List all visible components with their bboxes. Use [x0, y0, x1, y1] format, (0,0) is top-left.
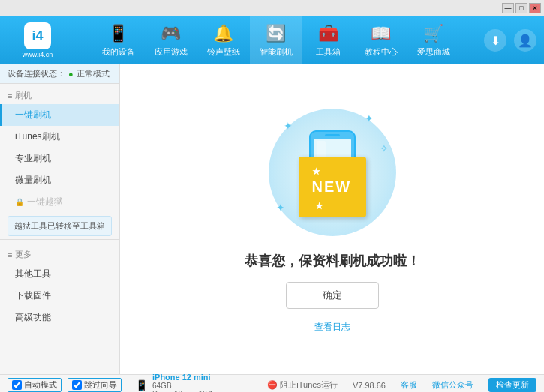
confirm-button[interactable]: 确定 [286, 282, 379, 309]
nav-smart-flash-label: 智能刷机 [260, 46, 293, 58]
device-storage: 64GB [152, 382, 213, 390]
sidebar-item-download-firmware[interactable]: 下载固件 [0, 285, 119, 307]
nav-store-label: 爱思商城 [417, 46, 450, 58]
skip-wizard-checkbox[interactable] [72, 380, 82, 390]
device-phone-icon: 📱 [135, 379, 148, 391]
user-button[interactable]: 👤 [514, 29, 536, 52]
nav-smart-flash[interactable]: 🔄 智能刷机 [250, 16, 302, 64]
notice-text: 越狱工具已转移至工具箱 [14, 221, 105, 230]
nav-toolbox[interactable]: 🧰 工具箱 [302, 16, 355, 64]
nav-items: 📱 我的设备 🎮 应用游戏 🔔 铃声壁纸 🔄 智能刷机 🧰 工具箱 📖 教程中心… [68, 16, 484, 64]
sidebar-item-one-click-flash[interactable]: 一键刷机 [0, 104, 119, 126]
sidebar-item-advanced[interactable]: 高级功能 [0, 307, 119, 328]
update-button[interactable]: 检查更新 [488, 378, 536, 392]
status-footer: 自动模式 跳过向导 📱 iPhone 12 mini 64GB Down-12m… [0, 374, 544, 392]
device-info: 📱 iPhone 12 mini 64GB Down-12mini-13,1 [135, 373, 213, 393]
sparkle-1: ✦ [284, 120, 293, 132]
auto-mode-label: 自动模式 [24, 379, 57, 391]
stop-itunes-label: 阻止iTunes运行 [280, 379, 338, 391]
sidebar-item-itunes-flash[interactable]: iTunes刷机 [0, 126, 119, 148]
main-layout: 设备连接状态： ● 正常模式 ≡ 刷机 一键刷机 iTunes刷机 专业刷机 微… [0, 64, 544, 374]
footer-left: 自动模式 跳过向导 📱 iPhone 12 mini 64GB Down-12m… [0, 373, 345, 393]
sidebar-item-other-tools[interactable]: 其他工具 [0, 263, 119, 285]
nav-tutorial[interactable]: 📖 教程中心 [355, 16, 407, 64]
stop-itunes-icon: ⛔ [267, 380, 278, 390]
nav-ringtone[interactable]: 🔔 铃声壁纸 [197, 16, 250, 64]
more-section-header: ≡ 更多 [0, 243, 119, 263]
logo-icon: i4 [24, 22, 51, 49]
status-dot: ● [68, 70, 74, 79]
update-button-label: 检查更新 [496, 380, 529, 389]
close-button[interactable]: ✕ [529, 3, 541, 13]
flash-section-header: ≡ 刷机 [0, 84, 119, 104]
nav-store[interactable]: 🛒 爱思商城 [407, 16, 460, 64]
share-link-text: 查看日志 [314, 322, 350, 332]
share-link[interactable]: 查看日志 [314, 321, 350, 334]
wechat-link[interactable]: 微信公众号 [432, 379, 473, 391]
skip-wizard-checkbox-item[interactable]: 跳过向导 [68, 378, 122, 392]
title-bar: — □ ✕ [0, 0, 544, 16]
ringtone-icon: 🔔 [213, 24, 233, 43]
content-area: ✦ ✦ ✧ ✦ NEW [120, 64, 544, 374]
flash-section-icon: ≡ [8, 91, 12, 100]
nav-my-device[interactable]: 📱 我的设备 [92, 16, 145, 64]
toolbox-icon: 🧰 [318, 24, 338, 43]
advanced-label: 高级功能 [15, 311, 51, 324]
nav-apps-games[interactable]: 🎮 应用游戏 [145, 16, 197, 64]
nav-ringtone-label: 铃声壁纸 [207, 46, 240, 58]
store-icon: 🛒 [423, 24, 443, 43]
logo-subtitle: www.i4.cn [23, 51, 53, 58]
nav-apps-games-label: 应用游戏 [155, 46, 188, 58]
new-badge-text: NEW [312, 178, 352, 195]
nav-right: ⬇ 👤 [484, 29, 536, 52]
more-section-label: 更多 [15, 249, 32, 260]
battery-flash-label: 微量刷机 [15, 174, 51, 187]
tutorial-icon: 📖 [371, 24, 391, 43]
version-label: V7.98.66 [353, 381, 386, 390]
success-illustration: ✦ ✦ ✧ ✦ NEW [245, 105, 420, 334]
phone-container: ✦ ✦ ✧ ✦ NEW [265, 105, 400, 240]
sparkle-4: ✦ [276, 202, 285, 214]
nav-tutorial-label: 教程中心 [365, 46, 398, 58]
my-device-icon: 📱 [108, 24, 128, 43]
pro-flash-label: 专业刷机 [15, 152, 51, 165]
nav-my-device-label: 我的设备 [102, 46, 135, 58]
more-section-icon: ≡ [8, 250, 12, 259]
jailbreak-label: 一键越狱 [27, 196, 63, 208]
confirm-button-label: 确定 [323, 289, 342, 301]
minimize-button[interactable]: — [502, 3, 514, 13]
sidebar-divider [0, 239, 119, 240]
download-button[interactable]: ⬇ [484, 29, 506, 52]
sidebar-item-battery-flash[interactable]: 微量刷机 [0, 169, 119, 191]
one-click-flash-label: 一键刷机 [15, 109, 51, 121]
auto-mode-checkbox-item[interactable]: 自动模式 [8, 378, 62, 392]
sidebar-item-one-jailbreak: 🔒 一键越狱 [0, 191, 119, 213]
service-link[interactable]: 客服 [401, 379, 417, 391]
jailbreak-notice: 越狱工具已转移至工具箱 [8, 216, 112, 236]
status-value: 正常模式 [77, 68, 110, 79]
stop-itunes-button[interactable]: ⛔ 阻止iTunes运行 [267, 379, 338, 391]
sidebar-item-pro-flash[interactable]: 专业刷机 [0, 148, 119, 169]
success-title: 恭喜您，保资料刷机成功啦！ [245, 252, 420, 270]
apps-games-icon: 🎮 [161, 24, 181, 43]
new-ribbon: NEW [299, 157, 366, 217]
nav-bar: i4 www.i4.cn 📱 我的设备 🎮 应用游戏 🔔 铃声壁纸 🔄 智能刷机… [0, 16, 544, 64]
flash-section-label: 刷机 [15, 90, 32, 101]
sparkle-3: ✧ [380, 142, 389, 154]
svg-rect-3 [325, 134, 340, 136]
smart-flash-icon: 🔄 [266, 24, 286, 43]
itunes-flash-label: iTunes刷机 [15, 130, 60, 143]
sparkle-2: ✦ [365, 112, 374, 124]
other-tools-label: 其他工具 [15, 268, 51, 280]
maximize-button[interactable]: □ [515, 3, 527, 13]
nav-toolbox-label: 工具箱 [316, 46, 341, 58]
device-name: iPhone 12 mini [152, 373, 213, 382]
logo: i4 www.i4.cn [8, 22, 68, 58]
status-label: 设备连接状态： [8, 68, 65, 79]
skip-wizard-label: 跳过向导 [84, 379, 117, 391]
auto-mode-checkbox[interactable] [12, 380, 22, 390]
device-model: Down-12mini-13,1 [152, 390, 213, 393]
download-firmware-label: 下载固件 [15, 289, 51, 302]
footer-right: V7.98.66 客服 微信公众号 检查更新 [345, 378, 544, 392]
connection-status-bar: 设备连接状态： ● 正常模式 [0, 64, 119, 84]
